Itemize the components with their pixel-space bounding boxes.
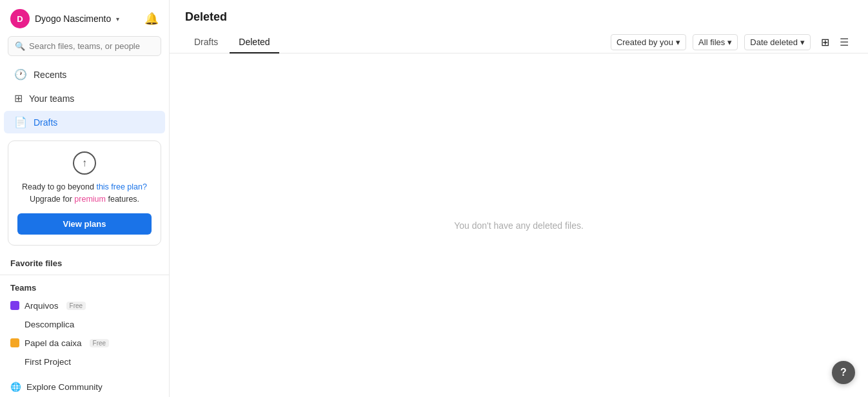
sidebar-item-label: Your teams <box>29 93 74 104</box>
team-item-arquivos[interactable]: Arquivos Free <box>0 296 169 315</box>
page-title: Deleted <box>185 10 853 24</box>
divider <box>0 275 169 275</box>
favorite-files-section-label: Favorite files <box>0 252 169 272</box>
created-by-filter[interactable]: Created by you ▾ <box>611 34 686 50</box>
search-bar[interactable]: 🔍 <box>8 36 161 56</box>
chevron-down-icon: ▾ <box>116 15 119 23</box>
main-header: Deleted Drafts Deleted Created by you ▾ … <box>170 0 868 53</box>
globe-icon: 🌐 <box>10 382 21 392</box>
all-files-label: All files <box>698 37 725 47</box>
team-item-descomplica[interactable]: Descomplica <box>0 315 169 334</box>
grid-view-button[interactable]: ⊞ <box>817 34 833 51</box>
team-color-dot <box>10 301 19 310</box>
main-content: Deleted Drafts Deleted Created by you ▾ … <box>170 0 868 397</box>
notification-bell-icon[interactable]: 🔔 <box>144 12 159 26</box>
team-name: First Project <box>25 357 71 367</box>
sidebar-item-label: Recents <box>34 70 66 80</box>
tab-drafts[interactable]: Drafts <box>185 32 227 53</box>
free-plan-link[interactable]: this free plan? <box>96 182 147 191</box>
team-name: Arquivos <box>25 301 59 311</box>
team-item-first-project[interactable]: First Project <box>0 353 169 371</box>
tabs: Drafts Deleted <box>185 32 279 53</box>
list-view-button[interactable]: ☰ <box>836 34 853 51</box>
upload-icon: ↑ <box>73 151 96 175</box>
toolbar-right: Created by you ▾ All files ▾ Date delete… <box>611 34 853 51</box>
main-body: You don't have any deleted files. <box>170 53 868 397</box>
search-input[interactable] <box>29 41 154 51</box>
team-color-dot <box>10 338 19 347</box>
grid-icon: ⊞ <box>14 92 23 104</box>
view-plans-button[interactable]: View plans <box>17 213 152 235</box>
sidebar-header: D Dyogo Nascimento ▾ 🔔 <box>0 0 169 36</box>
teams-section-label: Teams <box>0 278 169 296</box>
upgrade-text: Ready to go beyond this free plan? Upgra… <box>17 181 152 206</box>
help-button[interactable]: ? <box>832 361 855 384</box>
chevron-down-icon: ▾ <box>800 37 805 47</box>
empty-state-message: You don't have any deleted files. <box>454 220 584 231</box>
avatar: D <box>10 9 30 28</box>
all-files-filter[interactable]: All files ▾ <box>693 34 738 50</box>
clock-icon: 🕐 <box>14 68 27 81</box>
sidebar-item-recents[interactable]: 🕐 Recents <box>4 63 165 86</box>
team-name: Descomplica <box>25 320 74 329</box>
explore-community-label: Explore Community <box>26 382 103 392</box>
tab-deleted[interactable]: Deleted <box>230 32 279 53</box>
date-deleted-label: Date deleted <box>750 37 798 47</box>
view-icons: ⊞ ☰ <box>817 34 853 51</box>
user-menu[interactable]: D Dyogo Nascimento ▾ <box>10 9 119 28</box>
sidebar-item-your-teams[interactable]: ⊞ Your teams <box>4 87 165 110</box>
tabs-row: Drafts Deleted Created by you ▾ All file… <box>185 32 853 53</box>
sidebar-item-drafts[interactable]: 📄 Drafts <box>4 111 165 133</box>
date-deleted-filter[interactable]: Date deleted ▾ <box>744 34 811 50</box>
chevron-down-icon: ▾ <box>727 37 732 47</box>
free-badge: Free <box>90 339 110 347</box>
premium-text: premium <box>74 195 106 204</box>
explore-community-item[interactable]: 🌐 Explore Community <box>0 376 169 397</box>
sidebar: D Dyogo Nascimento ▾ 🔔 🔍 🕐 Recents ⊞ You… <box>0 0 170 397</box>
team-name: Papel da caixa <box>25 338 82 348</box>
free-badge: Free <box>66 302 86 310</box>
chevron-down-icon: ▾ <box>676 37 680 47</box>
user-name: Dyogo Nascimento <box>35 14 111 24</box>
created-by-label: Created by you <box>616 37 673 47</box>
file-icon: 📄 <box>14 116 27 128</box>
team-item-papel-da-caixa[interactable]: Papel da caixa Free <box>0 334 169 353</box>
sidebar-item-label: Drafts <box>34 117 57 128</box>
upgrade-card: ↑ Ready to go beyond this free plan? Upg… <box>8 140 161 246</box>
search-icon: 🔍 <box>15 41 25 51</box>
